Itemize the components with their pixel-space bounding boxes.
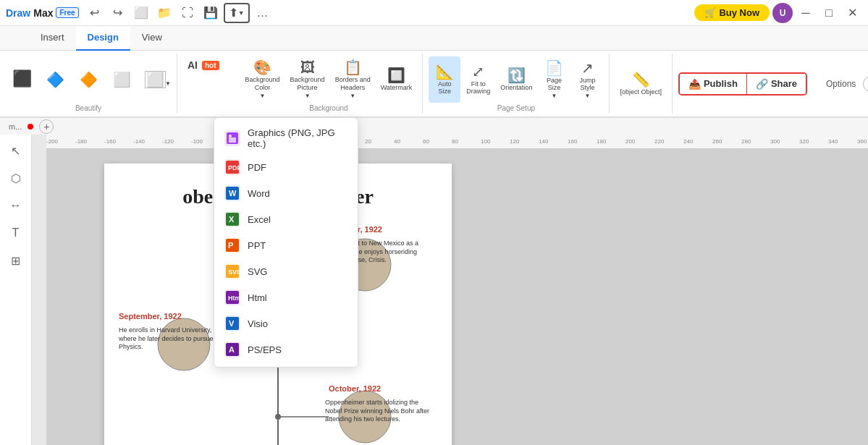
export-word-item[interactable]: W Word <box>214 180 358 206</box>
watermark-icon: 🔲 <box>387 68 405 82</box>
export-excel-item[interactable]: X Excel <box>214 206 358 232</box>
ruler-num: -120 <box>162 138 174 145</box>
ruler-num: 180 <box>597 138 606 145</box>
borders-dropdown: ▼ <box>350 93 355 99</box>
word-icon: W <box>224 185 240 201</box>
tab-insert[interactable]: Insert <box>29 26 76 51</box>
publish-button[interactable]: 📤 Publish <box>680 74 747 94</box>
page-size-dropdown: ▼ <box>551 93 557 99</box>
export-pdf-item[interactable]: PDF PDF <box>214 154 358 180</box>
redo-icon[interactable]: ↪ <box>108 3 128 23</box>
auto-size-btn[interactable]: 📐 AutoSize <box>429 56 460 103</box>
orientation-icon: 🔃 <box>507 68 526 82</box>
background-color-icon: 🎨 <box>253 60 271 75</box>
tab-design[interactable]: Design <box>76 26 130 51</box>
ai-label: AI <box>187 59 198 71</box>
fit-to-drawing-btn[interactable]: ⤢ Fit toDrawing <box>462 56 494 103</box>
publish-share-group: 📤 Publish 🔗 Share <box>678 72 807 96</box>
canvas-content[interactable]: obert J. Oppenheimer Summer, 1922 His fi… <box>46 149 868 445</box>
sidebar-more-icon[interactable]: ⊞ <box>3 247 29 274</box>
options-button[interactable]: Options <box>822 77 860 90</box>
fit-to-drawing-label: Fit toDrawing <box>466 80 490 95</box>
ruler-num: -160 <box>104 138 116 145</box>
orientation-btn[interactable]: 🔃 Orientation <box>496 56 536 103</box>
html-label: Html <box>248 292 267 303</box>
beautify-btn-5[interactable]: ⬜ ▼ <box>139 56 171 103</box>
beautify-icon-3: 🔶 <box>80 72 98 87</box>
unit-icon: 📏 <box>632 72 650 87</box>
minimize-icon[interactable]: ─ <box>796 3 816 23</box>
add-page-button[interactable]: + <box>39 119 54 134</box>
fullscreen-icon[interactable]: ⛶ <box>177 3 198 23</box>
sidebar-shape-icon[interactable]: ⬡ <box>3 165 29 191</box>
unit-label: [object Object] <box>620 88 662 96</box>
close-icon[interactable]: ✕ <box>842 3 862 23</box>
export-ps-eps-item[interactable]: A PS/EPS <box>214 336 358 363</box>
ribbon: ⬛ 🔷 🔶 ⬜ ⬜ ▼ Beautify AI hot <box>0 51 868 117</box>
svg-text:V: V <box>229 319 235 328</box>
export-dropdown-arrow: ▼ <box>238 9 245 17</box>
top-bar: DrawMax Free ↩ ↪ ⬜ 📁 ⛶ 💾 ⬆ ▼ … 🛒 Buy Now… <box>0 0 868 26</box>
ribbon-right: 📤 Publish 🔗 Share Options ? ⚙ <box>673 54 868 114</box>
buy-now-button[interactable]: 🛒 Buy Now <box>694 4 770 21</box>
new-icon[interactable]: ⬜ <box>131 3 151 23</box>
background-picture-dropdown: ▼ <box>305 93 311 99</box>
svg-label: SVG <box>248 266 267 277</box>
borders-label: Borders andHeaders <box>335 76 371 92</box>
export-svg-item[interactable]: SVG SVG <box>214 258 358 284</box>
watermark-btn[interactable]: 🔲 Watermark <box>376 56 417 103</box>
ribbon-section-unit: 📏 [object Object] <box>610 54 673 114</box>
beautify-btn-4[interactable]: ⬜ <box>106 56 138 103</box>
ps-eps-label: PS/EPS <box>248 344 282 355</box>
export-button[interactable]: ⬆ ▼ <box>224 3 250 23</box>
save-icon[interactable]: 💾 <box>201 3 221 23</box>
beautify-btn-1[interactable]: ⬛ <box>6 56 38 103</box>
export-ppt-item[interactable]: P PPT <box>214 232 358 258</box>
svg-point-19 <box>229 135 232 137</box>
share-icon: 🔗 <box>756 78 768 90</box>
unit-btn[interactable]: 📏 [object Object] <box>615 61 666 107</box>
svg-text:October, 1922: October, 1922 <box>329 384 381 393</box>
share-label: Share <box>771 78 797 89</box>
ruler-num: 360 <box>857 138 867 145</box>
jump-style-btn[interactable]: ↗ JumpStyle ▼ <box>571 56 603 103</box>
sidebar-text-icon[interactable]: T <box>3 220 29 246</box>
ruler-num: -200 <box>46 138 58 145</box>
logo-draw: Draw <box>6 7 30 19</box>
borders-headers-btn[interactable]: 📋 Borders andHeaders ▼ <box>331 56 375 103</box>
avatar[interactable]: U <box>772 3 793 23</box>
orientation-label: Orientation <box>500 84 532 91</box>
left-sidebar: ↖ ⬡ ↔ T ⊞ <box>0 135 32 445</box>
export-graphics-item[interactable]: Graphics (PNG, JPG etc.) <box>214 122 358 154</box>
sidebar-cursor-icon[interactable]: ↖ <box>3 137 29 164</box>
tab-home[interactable] <box>6 26 29 51</box>
help-button[interactable]: ? <box>863 76 868 92</box>
ribbon-section-beautify: ⬛ 🔷 🔶 ⬜ ⬜ ▼ Beautify <box>0 54 177 114</box>
graphics-label: Graphics (PNG, JPG etc.) <box>248 127 347 149</box>
export-visio-item[interactable]: V Visio <box>214 310 358 336</box>
ruler-num: 240 <box>683 138 693 145</box>
ruler-num: 80 <box>452 138 458 145</box>
page-size-icon: 📄 <box>545 61 563 75</box>
ruler-num: 160 <box>568 138 577 145</box>
ruler-num: 280 <box>741 138 751 145</box>
page-size-btn[interactable]: 📄 PageSize ▼ <box>538 56 570 103</box>
sidebar-connector-icon[interactable]: ↔ <box>3 192 29 219</box>
beautify-btn-2[interactable]: 🔷 <box>39 56 71 103</box>
more-options-icon[interactable]: … <box>253 3 273 23</box>
graphics-icon <box>224 130 240 146</box>
background-picture-btn[interactable]: 🖼 BackgroundPicture ▼ <box>286 56 329 103</box>
restore-icon[interactable]: □ <box>819 3 839 23</box>
svg-text:Html: Html <box>228 294 239 302</box>
buy-now-label: Buy Now <box>719 7 759 18</box>
status-dot <box>28 124 33 130</box>
background-color-btn[interactable]: 🎨 BackgroundColor ▼ <box>241 56 285 103</box>
open-icon[interactable]: 📁 <box>154 3 174 23</box>
export-html-item[interactable]: Html Html <box>214 284 358 310</box>
tab-view[interactable]: View <box>130 26 174 51</box>
ruler-num: 40 <box>394 138 400 145</box>
undo-icon[interactable]: ↩ <box>85 3 105 23</box>
beautify-btn-3[interactable]: 🔶 <box>72 56 104 103</box>
share-button[interactable]: 🔗 Share <box>747 74 806 94</box>
logo-max: Max <box>33 7 53 19</box>
